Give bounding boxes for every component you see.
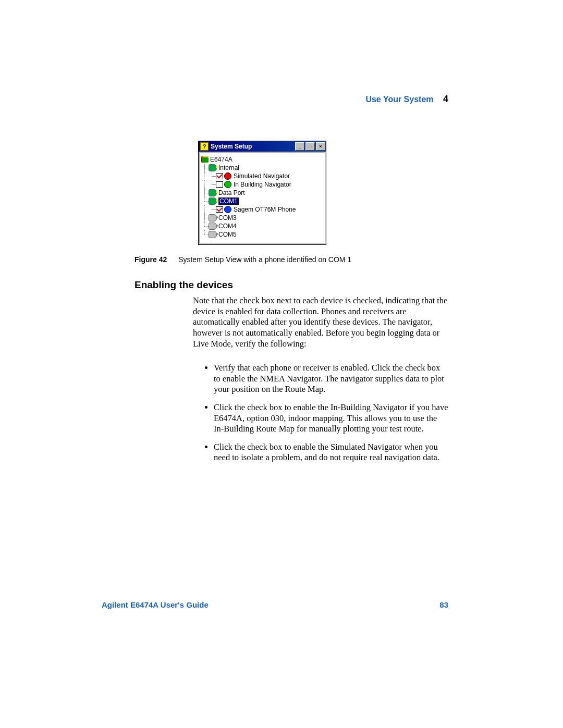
node-label: COM3 [218, 214, 237, 221]
checkbox-icon[interactable] [216, 173, 223, 179]
list-item: Click the check box to enable the In-Bui… [214, 402, 448, 435]
item-label: Sagem OT76M Phone [234, 206, 296, 213]
page-header: Use Your System 4 [365, 94, 448, 105]
port-icon [209, 223, 217, 230]
section-heading: Enabling the devices [134, 279, 233, 291]
status-dot-icon [224, 181, 231, 188]
status-dot-icon [224, 172, 231, 180]
tree-node-com1[interactable]: COM1 [201, 197, 323, 205]
port-icon [209, 198, 217, 205]
close-button[interactable]: × [316, 142, 325, 151]
node-label: Internal [218, 164, 239, 171]
checkbox-icon[interactable] [216, 181, 223, 188]
root-label: E6474A [210, 156, 232, 163]
page-number: 83 [439, 600, 448, 609]
footer-title: Agilent E6474A User's Guide [102, 600, 209, 609]
port-icon [209, 164, 217, 171]
device-icon [201, 156, 209, 163]
port-icon [209, 214, 217, 221]
tree-item[interactable]: Simulated Navigator [201, 172, 323, 180]
port-icon [209, 189, 217, 196]
tree-item[interactable]: In Building Navigator [201, 180, 323, 189]
figure-number: Figure 42 [134, 255, 167, 264]
system-setup-window: ? System Setup _ □ × E6474A Internal Sim… [198, 141, 326, 245]
checkbox-icon[interactable] [216, 206, 223, 213]
body-paragraph: Note that the check box next to each dev… [193, 295, 448, 349]
status-dot-icon [224, 206, 231, 213]
figure-caption: Figure 42 System Setup View with a phone… [134, 255, 351, 264]
chapter-number: 4 [443, 94, 448, 104]
window-title: System Setup [211, 143, 295, 150]
figure-text: System Setup View with a phone identifie… [178, 255, 351, 264]
tree-node-dataport[interactable]: Data Port [201, 189, 323, 197]
tree-root[interactable]: E6474A [201, 155, 323, 164]
titlebar[interactable]: ? System Setup _ □ × [199, 141, 326, 152]
tree-node-com[interactable]: COM5 [201, 230, 323, 239]
tree-view[interactable]: E6474A Internal Simulated Navigator In B… [200, 153, 325, 243]
help-icon: ? [200, 142, 209, 151]
node-label-selected: COM1 [218, 198, 239, 205]
list-item: Click the check box to enable the Simula… [214, 442, 448, 463]
tree-node-com[interactable]: COM4 [201, 222, 323, 230]
header-title: Use Your System [365, 95, 433, 104]
maximize-button[interactable]: □ [305, 142, 315, 151]
list-item: Verify that each phone or receiver is en… [214, 363, 448, 395]
minimize-button[interactable]: _ [295, 142, 304, 151]
item-label: Simulated Navigator [234, 172, 290, 180]
bullet-list: Verify that each phone or receiver is en… [203, 363, 448, 471]
tree-node-com[interactable]: COM3 [201, 214, 323, 222]
node-label: COM4 [218, 223, 237, 230]
tree-node-internal[interactable]: Internal [201, 164, 323, 172]
port-icon [209, 231, 217, 238]
node-label: COM5 [218, 231, 237, 238]
node-label: Data Port [218, 189, 245, 196]
item-label: In Building Navigator [234, 181, 291, 188]
tree-item[interactable]: Sagem OT76M Phone [201, 205, 323, 214]
